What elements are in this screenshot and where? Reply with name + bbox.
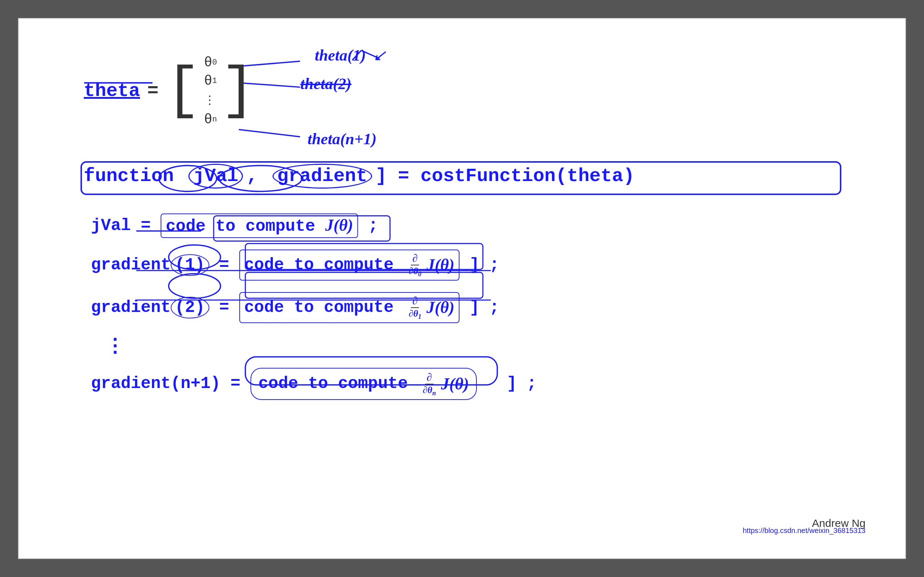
- content: theta = [ θ0 θ1 ⋮ θn ]: [48, 40, 876, 537]
- jval-circled: jVal: [188, 164, 243, 189]
- jval-rhs: code to compute J(θ): [161, 213, 358, 238]
- gradientn-line: gradient(n+1) = code to compute ∂ ∂θn J(…: [48, 368, 876, 400]
- annotation-thetan: theta(n+1): [307, 130, 376, 148]
- theta-label: theta: [84, 81, 140, 102]
- annotation-theta1: theta(1) ↙: [315, 46, 386, 64]
- matrix-entries: θ0 θ1 ⋮ θn: [204, 51, 217, 131]
- bracket-right: ]: [221, 62, 255, 120]
- matrix-entry-0: θ0: [204, 55, 217, 70]
- equals-sign: =: [147, 81, 158, 102]
- url: https://blog.csdn.net/weixin_36815313: [743, 527, 866, 535]
- gradient-circled: gradient: [273, 164, 372, 189]
- annotation-theta2: theta(2): [300, 75, 352, 93]
- matrix-entry-n: θn: [204, 112, 217, 127]
- matrix-container: [ θ0 θ1 ⋮ θn ]: [166, 51, 255, 131]
- slide: theta = [ θ0 θ1 ⋮ θn ]: [18, 18, 906, 559]
- gradient1-rhs: code to compute ∂ ∂θ0 J(θ): [239, 250, 460, 280]
- gradient2-index: (2): [171, 297, 209, 318]
- theta-section: theta = [ θ0 θ1 ⋮ θn ]: [84, 51, 255, 131]
- dots: ⋮: [105, 335, 876, 358]
- gradient1-line: gradient (1) = code to compute ∂ ∂θ0 J(θ…: [48, 250, 876, 280]
- jval-line: jVal = code to compute J(θ) ;: [48, 213, 876, 238]
- function-declaration: function jVal , gradient ] = costFunctio…: [84, 164, 876, 189]
- code-section: jVal = code to compute J(θ) ; gradient (…: [48, 213, 876, 411]
- gradient2-rhs: code to compute ∂ ∂θ1 J(θ): [239, 292, 460, 323]
- matrix-entry-1: θ1: [204, 73, 217, 89]
- gradientn-rhs: code to compute ∂ ∂θn J(θ): [250, 368, 477, 400]
- bracket-left: [: [166, 62, 200, 120]
- gradient2-line: gradient (2) = code to compute ∂ ∂θ1 J(θ…: [48, 292, 876, 323]
- gradient1-index: (1): [171, 254, 209, 276]
- function-keyword: function: [84, 166, 185, 187]
- matrix-entry-dots: ⋮: [204, 92, 217, 109]
